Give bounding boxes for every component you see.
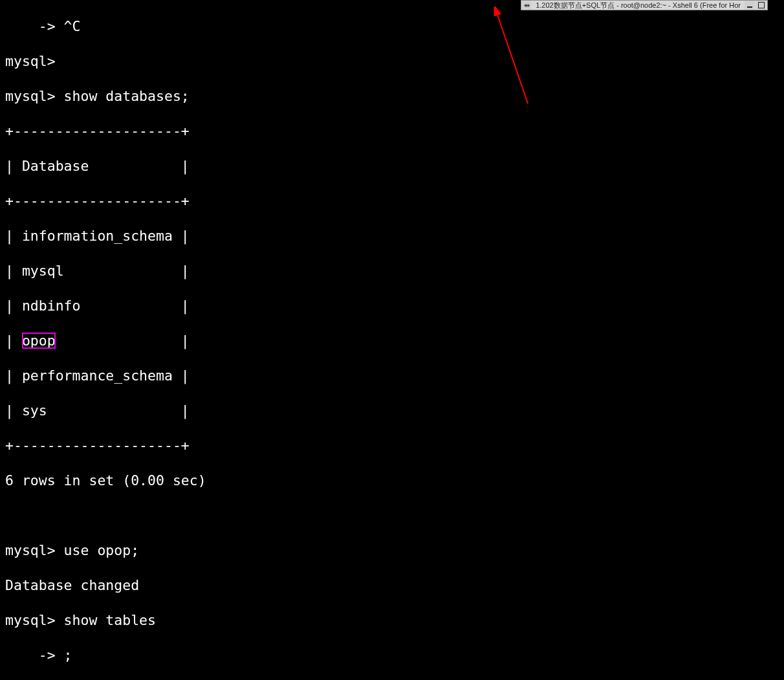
highlighted-db-opop: opop <box>22 333 56 349</box>
term-line: mysql> show tables <box>5 612 156 628</box>
terminal-output[interactable]: -> ^C mysql> mysql> show databases; +---… <box>5 0 457 680</box>
annotation-arrow <box>444 6 573 123</box>
minimize-button[interactable] <box>745 1 755 10</box>
pin-icon[interactable]: ⇹ <box>522 1 531 10</box>
restore-button[interactable] <box>756 1 767 10</box>
term-line: -> ^C <box>5 18 81 34</box>
term-line: | mysql | <box>5 263 190 279</box>
term-line: | performance_schema | <box>5 367 190 384</box>
term-line: +--------------------+ <box>5 123 190 139</box>
term-line: | information_schema | <box>5 228 190 244</box>
term-line: | sys | <box>5 402 190 419</box>
term-line: Database changed <box>5 577 139 593</box>
term-line: +--------------------+ <box>5 437 190 454</box>
term-line: +--------------------+ <box>5 193 190 209</box>
term-line: mysql> show databases; <box>5 88 190 104</box>
term-line: mysql> <box>5 53 64 69</box>
term-line: mysql> use opop; <box>5 542 139 558</box>
term-line: | ndbinfo | <box>5 298 190 314</box>
term-line: | opop | <box>5 333 190 349</box>
window-title: 1.202数据节点+SQL节点 - root@node2:~ - Xshell … <box>533 0 743 14</box>
svg-line-0 <box>497 13 528 104</box>
term-line: -> ; <box>5 647 72 663</box>
term-line: 6 rows in set (0.00 sec) <box>5 472 206 488</box>
term-line: | Database | <box>5 158 190 174</box>
xshell-titlebar: ⇹ 1.202数据节点+SQL节点 - root@node2:~ - Xshel… <box>521 0 768 10</box>
